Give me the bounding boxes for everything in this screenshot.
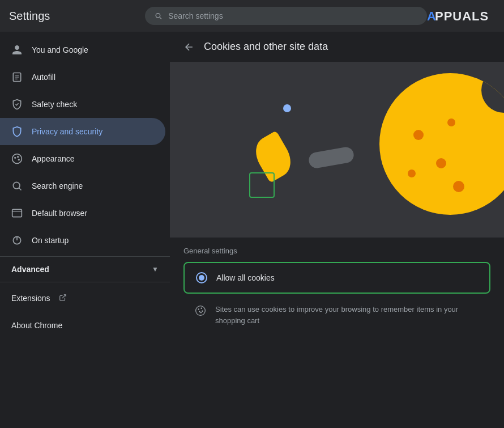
svg-text:PPUALS: PPUALS <box>435 9 489 23</box>
sidebar-item-extensions[interactable]: Extensions <box>0 285 170 312</box>
about-chrome-label: About Chrome <box>11 321 62 330</box>
cookie-dot-1 <box>413 130 424 140</box>
cookie-info-row: Sites can use cookies to improve your br… <box>183 298 490 332</box>
person-icon <box>11 44 23 56</box>
svg-line-11 <box>19 188 22 190</box>
sidebar-item-label: Appearance <box>32 154 75 163</box>
sidebar-item-label: On startup <box>32 236 69 245</box>
palette-icon <box>11 153 23 164</box>
power-icon <box>11 235 23 246</box>
gray-pill <box>307 146 355 169</box>
radio-selected-indicator <box>199 275 204 281</box>
cookie-illustration <box>170 62 504 238</box>
main-layout: You and Google Autofill Safety check Pri… <box>0 32 504 428</box>
svg-point-8 <box>17 156 19 158</box>
svg-point-20 <box>199 311 200 312</box>
back-button[interactable] <box>183 41 195 53</box>
sidebar-item-autofill[interactable]: Autofill <box>0 63 165 91</box>
cookie-dot-2 <box>436 158 446 168</box>
cookie-shape <box>379 73 504 215</box>
svg-point-16 <box>196 306 206 316</box>
cookie-icon <box>195 305 206 316</box>
sidebar-item-label: Default browser <box>32 209 87 218</box>
svg-rect-12 <box>12 209 22 217</box>
sidebar-item-label: Privacy and security <box>32 127 102 136</box>
content-header: Cookies and other site data <box>170 32 504 62</box>
cookie-bite <box>481 73 504 113</box>
sidebar: You and Google Autofill Safety check Pri… <box>0 32 170 428</box>
cookie-dot-5 <box>453 181 464 192</box>
general-settings-title: General settings <box>183 247 490 255</box>
search-input[interactable] <box>168 11 418 20</box>
sidebar-item-label: Autofill <box>32 73 55 82</box>
allow-all-cookies-label: Allow all cookies <box>216 273 275 282</box>
svg-point-9 <box>18 159 20 160</box>
search-icon <box>11 180 23 192</box>
svg-point-10 <box>13 182 20 189</box>
cookie-info-text: Sites can use cookies to improve your br… <box>215 304 479 326</box>
content-area: Cookies and other site data General sett… <box>170 32 504 428</box>
cookie-dot-3 <box>447 118 455 126</box>
page-title: Cookies and other site data <box>204 41 328 53</box>
sidebar-item-about-chrome[interactable]: About Chrome <box>0 312 170 339</box>
svg-point-19 <box>202 311 203 312</box>
svg-point-17 <box>198 308 199 310</box>
sidebar-item-default-browser[interactable]: Default browser <box>0 200 165 227</box>
header-logo: A PPUALS <box>427 3 495 29</box>
external-link-icon <box>59 294 67 303</box>
extensions-label: Extensions <box>11 294 50 303</box>
search-icon <box>154 11 163 20</box>
general-settings: General settings Allow all cookies <box>170 238 504 332</box>
sidebar-item-label: Safety check <box>32 100 77 109</box>
svg-point-7 <box>14 157 16 159</box>
search-bar[interactable] <box>145 7 427 25</box>
shield-icon <box>11 99 23 110</box>
sidebar-item-label: You and Google <box>32 45 88 54</box>
sidebar-item-you-and-google[interactable]: You and Google <box>0 36 165 63</box>
sidebar-item-privacy-and-security[interactable]: Privacy and security <box>0 118 165 145</box>
svg-point-21 <box>200 312 202 313</box>
advanced-label: Advanced <box>11 265 49 274</box>
green-square <box>249 172 275 198</box>
sidebar-item-on-startup[interactable]: On startup <box>0 227 165 254</box>
app-header: Settings A PPUALS <box>0 0 504 32</box>
allow-all-cookies-option[interactable]: Allow all cookies <box>183 262 490 294</box>
sidebar-item-safety-check[interactable]: Safety check <box>0 91 165 118</box>
svg-point-6 <box>12 154 22 164</box>
security-icon <box>11 126 23 137</box>
sidebar-item-appearance[interactable]: Appearance <box>0 145 165 172</box>
svg-point-18 <box>200 308 202 310</box>
divider <box>0 282 170 282</box>
browser-icon <box>11 207 23 219</box>
advanced-section[interactable]: Advanced ▼ <box>0 256 170 279</box>
app-title: Settings <box>9 10 122 23</box>
cookie-dot-4 <box>408 169 416 177</box>
radio-button[interactable] <box>196 272 207 283</box>
sidebar-item-label: Search engine <box>32 181 83 190</box>
article-icon <box>11 71 23 83</box>
chevron-down-icon: ▼ <box>152 265 159 273</box>
sidebar-item-search-engine[interactable]: Search engine <box>0 172 165 200</box>
blue-dot <box>283 104 291 112</box>
